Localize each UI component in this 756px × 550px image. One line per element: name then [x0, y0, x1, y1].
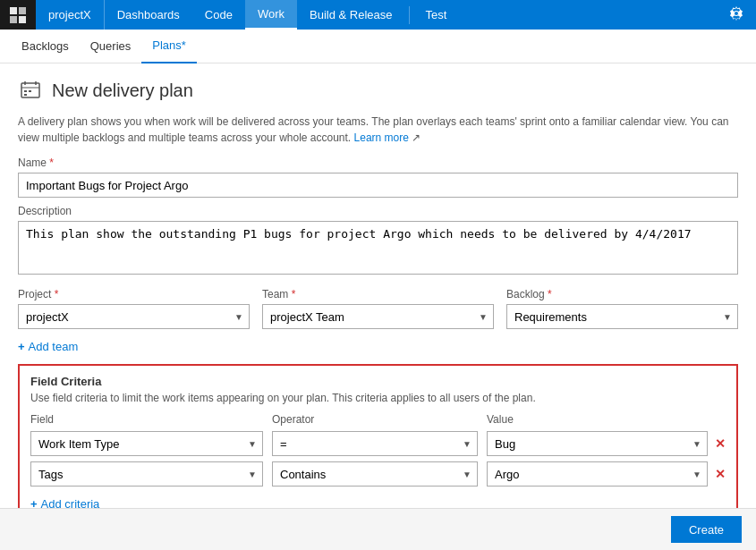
add-team-icon: + [18, 340, 25, 353]
criteria-row1-delete-button[interactable]: ✕ [715, 436, 726, 451]
nav-divider [409, 6, 410, 24]
subnav-queries[interactable]: Queries [80, 30, 142, 63]
criteria-row-1: Work Item Type ▼ = ▼ Bug ▼ ✕ [30, 431, 726, 456]
project-team-backlog-row: Project * projectX ▼ Team * projectX Tea… [18, 288, 738, 329]
criteria-row1-op-wrapper[interactable]: = ▼ [272, 431, 478, 456]
svg-rect-10 [24, 94, 27, 96]
project-name[interactable]: projectX [36, 0, 105, 30]
project-field-group: Project * projectX ▼ [18, 288, 250, 329]
criteria-row2-field-select[interactable]: Tags [31, 462, 262, 486]
top-navigation: projectX Dashboards Code Work Build & Re… [0, 0, 756, 30]
description-field-group: Description This plan show the outstandi… [18, 205, 738, 277]
app-logo[interactable] [0, 0, 36, 30]
main-content: New delivery plan A delivery plan shows … [0, 63, 756, 550]
name-input[interactable] [18, 173, 738, 198]
nav-build-release[interactable]: Build & Release [297, 0, 405, 30]
criteria-value-header: Value [487, 413, 726, 426]
svg-rect-1 [19, 7, 26, 14]
page-title: New delivery plan [52, 80, 193, 101]
criteria-row1-val-select[interactable]: Bug [488, 432, 707, 455]
svg-rect-3 [19, 16, 26, 23]
project-label: Project * [18, 288, 250, 300]
svg-rect-9 [29, 90, 31, 92]
description-label: Description [18, 205, 738, 217]
svg-rect-0 [10, 7, 17, 14]
nav-test[interactable]: Test [413, 0, 460, 30]
backlog-label: Backlog * [506, 288, 738, 300]
nav-dashboards[interactable]: Dashboards [105, 0, 192, 30]
criteria-row2-val-wrapper[interactable]: Argo ▼ [487, 461, 708, 487]
criteria-row2-val-select[interactable]: Argo [488, 462, 707, 486]
page-header: New delivery plan [18, 78, 738, 103]
team-select-wrapper[interactable]: projectX Team ▼ [262, 304, 494, 329]
page-description: A delivery plan shows you when work will… [18, 114, 738, 146]
delivery-plan-icon [18, 78, 43, 103]
team-label: Team * [262, 288, 494, 300]
backlog-select-wrapper[interactable]: Requirements ▼ [506, 304, 738, 329]
criteria-title: Field Criteria [30, 375, 726, 388]
subnav-plans[interactable]: Plans* [141, 30, 197, 63]
criteria-row2-field-wrapper[interactable]: Tags ▼ [30, 461, 263, 487]
field-criteria-box: Field Criteria Use field criteria to lim… [18, 364, 738, 521]
create-button[interactable]: Create [671, 516, 742, 543]
criteria-row1-field-wrapper[interactable]: Work Item Type ▼ [30, 431, 263, 456]
criteria-row1-field-select[interactable]: Work Item Type [31, 432, 262, 455]
footer-bar: Create [0, 508, 756, 550]
svg-rect-2 [10, 16, 17, 23]
criteria-row2-delete-button[interactable]: ✕ [715, 467, 726, 481]
backlog-field-group: Backlog * Requirements ▼ [506, 288, 738, 329]
name-label: Name * [18, 157, 738, 169]
team-select[interactable]: projectX Team [263, 305, 493, 328]
backlog-select[interactable]: Requirements [507, 305, 737, 328]
criteria-row2-op-select[interactable]: Contains [273, 462, 477, 486]
add-team-button[interactable]: + Add team [18, 340, 78, 353]
subnav-backlogs[interactable]: Backlogs [11, 30, 80, 63]
nav-work[interactable]: Work [245, 0, 297, 30]
add-team-label: Add team [29, 340, 79, 353]
criteria-operator-header: Operator [272, 413, 487, 426]
settings-icon[interactable] [717, 6, 756, 23]
criteria-column-headers: Field Operator Value [30, 413, 726, 426]
description-textarea[interactable]: This plan show the outstanding P1 bugs f… [18, 221, 738, 275]
criteria-row1-val-wrapper[interactable]: Bug ▼ [487, 431, 708, 456]
nav-code[interactable]: Code [192, 0, 245, 30]
learn-more-link[interactable]: Learn more [354, 131, 409, 144]
criteria-row1-op-select[interactable]: = [273, 432, 477, 455]
name-field-group: Name * [18, 157, 738, 198]
nav-items: Dashboards Code Work Build & Release Tes… [105, 0, 460, 30]
project-select[interactable]: projectX [19, 305, 249, 328]
team-field-group: Team * projectX Team ▼ [262, 288, 494, 329]
sub-navigation: Backlogs Queries Plans* [0, 30, 756, 63]
criteria-description: Use field criteria to limit the work ite… [30, 392, 726, 404]
criteria-row-2: Tags ▼ Contains ▼ Argo ▼ ✕ [30, 461, 726, 487]
criteria-field-header: Field [30, 413, 272, 426]
svg-rect-8 [24, 90, 27, 92]
project-select-wrapper[interactable]: projectX ▼ [18, 304, 250, 329]
criteria-row2-op-wrapper[interactable]: Contains ▼ [272, 461, 478, 487]
